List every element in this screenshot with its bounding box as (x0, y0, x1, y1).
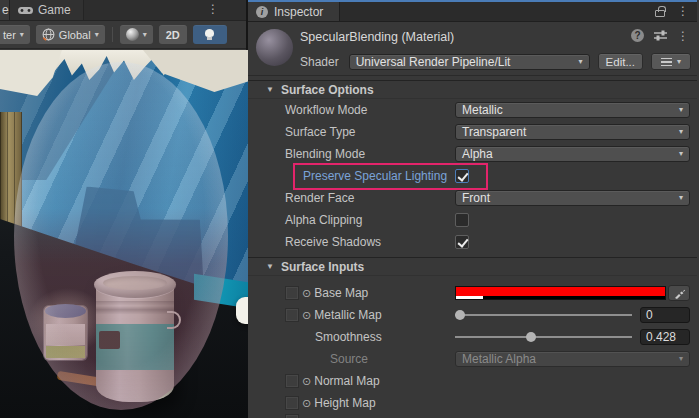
surface-type-row: Surface Type Transparent ▾ (248, 121, 697, 143)
workflow-mode-row: Workflow Mode Metallic ▾ (248, 99, 697, 121)
scene-toolbar: ter ▾ Global ▾ ▾ (0, 21, 246, 49)
dropdown-value: Transparent (462, 125, 526, 139)
alpha-clipping-row: Alpha Clipping (248, 209, 697, 231)
metallic-map-labelgroup: ⊙ Metallic Map (248, 308, 455, 322)
shader-row: Shader Universal Render Pipeline/Lit ▾ E… (300, 53, 691, 70)
alpha-clipping-checkbox[interactable] (455, 213, 469, 227)
normal-map-label: Normal Map (314, 374, 379, 388)
toggle-2d-button[interactable]: 2D (159, 25, 187, 44)
preserve-specular-checkbox[interactable] (455, 169, 469, 183)
pivot-mode-label: ter (3, 29, 16, 41)
scene-lighting-toggle[interactable] (193, 25, 227, 44)
section-surface-options-title: Surface Options (281, 83, 374, 97)
dropdown-arrow-icon: ▾ (575, 58, 583, 66)
metallic-map-row: ⊙ Metallic Map 0 (248, 304, 697, 326)
source-label: Source (248, 352, 455, 366)
source-dropdown: Metallic Alpha ▾ (455, 351, 690, 367)
focused-panel-highlight (248, 0, 697, 2)
blending-mode-dropdown[interactable]: Alpha ▾ (455, 146, 690, 162)
shading-mode-icon (126, 28, 139, 41)
dropdown-arrow-icon: ▾ (675, 194, 683, 202)
smoothness-label: Smoothness (248, 330, 455, 344)
dropdown-value: Alpha (462, 147, 493, 161)
globe-icon (42, 28, 55, 41)
scene-white-object (236, 297, 248, 324)
surface-type-label: Surface Type (248, 125, 455, 139)
dropdown-arrow-icon: ▾ (677, 58, 681, 66)
surface-type-dropdown[interactable]: Transparent ▾ (455, 124, 690, 140)
tab-inspector[interactable]: i Inspector (248, 2, 340, 21)
tab-scene-partial[interactable]: e (0, 0, 10, 20)
section-surface-options[interactable]: ▼ Surface Options (248, 80, 697, 99)
dropdown-value: Front (462, 191, 490, 205)
material-header: SpecularBlending (Material) ? ⋮ Shader U… (248, 22, 697, 76)
dropdown-arrow-icon: ▾ (675, 355, 683, 363)
blending-mode-label: Blending Mode (248, 147, 455, 161)
object-picker-icon[interactable]: ⊙ (302, 310, 311, 321)
object-picker-icon[interactable]: ⊙ (302, 398, 311, 409)
receive-shadows-label: Receive Shadows (248, 235, 455, 249)
kebab-menu-icon[interactable]: ⋮ (207, 2, 219, 16)
base-map-labelgroup: ⊙ Base Map (248, 286, 455, 300)
normal-map-labelgroup: ⊙ Normal Map (248, 374, 455, 388)
metallic-value-field[interactable]: 0 (640, 307, 690, 323)
metallic-map-label: Metallic Map (314, 308, 381, 322)
kebab-menu-icon[interactable]: ⋮ (677, 30, 689, 42)
eyedropper-button[interactable] (668, 285, 690, 301)
list-icon (661, 58, 672, 66)
shader-dropdown[interactable]: Universal Render Pipeline/Lit ▾ (349, 54, 590, 70)
inspector-tab-bar: i Inspector ⋮ (248, 0, 697, 22)
height-map-row: ⊙ Height Map (248, 392, 697, 414)
smoothness-value-field[interactable]: 0.428 (640, 329, 690, 345)
presets-icon[interactable] (654, 30, 667, 41)
scene-viewport[interactable] (0, 50, 248, 418)
orientation-button[interactable]: Global ▾ (36, 25, 105, 44)
dropdown-arrow-icon: ▾ (675, 150, 683, 158)
slider-knob[interactable] (455, 310, 465, 320)
height-map-label: Height Map (314, 396, 375, 410)
height-map-texture-slot[interactable] (285, 396, 299, 410)
shading-mode-button[interactable]: ▾ (120, 25, 153, 44)
object-picker-icon[interactable]: ⊙ (302, 288, 311, 299)
orientation-label: Global (59, 29, 91, 41)
workflow-mode-dropdown[interactable]: Metallic ▾ (455, 102, 690, 118)
metallic-slider[interactable] (455, 308, 632, 322)
shader-label: Shader (300, 55, 339, 69)
base-map-texture-slot[interactable] (285, 286, 299, 300)
normal-map-texture-slot[interactable] (285, 374, 299, 388)
material-title: SpecularBlending (Material) (300, 30, 454, 44)
dropdown-value: Universal Render Pipeline/Lit (356, 55, 511, 69)
slider-knob[interactable] (526, 332, 536, 342)
blending-mode-row: Blending Mode Alpha ▾ (248, 143, 697, 165)
color-alpha-bar (456, 296, 665, 299)
toggle-2d-label: 2D (166, 29, 180, 41)
render-face-dropdown[interactable]: Front ▾ (455, 190, 690, 206)
tab-game[interactable]: Game (10, 0, 84, 20)
object-picker-icon[interactable]: ⊙ (302, 376, 311, 387)
help-icon[interactable]: ? (631, 29, 644, 42)
smoothness-slider[interactable] (455, 330, 632, 344)
foldout-triangle-icon: ▼ (266, 85, 274, 94)
info-icon: i (256, 6, 268, 18)
dropdown-value: Metallic Alpha (462, 352, 536, 366)
shader-edit-label: Edit... (606, 56, 635, 68)
alpha-clipping-label: Alpha Clipping (248, 213, 455, 227)
shader-edit-button[interactable]: Edit... (598, 53, 643, 70)
material-preview-sphere[interactable] (256, 29, 293, 66)
gamepad-icon (18, 6, 33, 15)
receive-shadows-checkbox[interactable] (455, 235, 469, 249)
dropdown-arrow-icon: ▾ (95, 31, 99, 39)
base-map-color-field[interactable] (455, 286, 666, 300)
workflow-mode-label: Workflow Mode (248, 103, 455, 117)
kebab-menu-icon[interactable]: ⋮ (677, 5, 689, 17)
foldout-triangle-icon: ▼ (266, 262, 274, 271)
metallic-map-texture-slot[interactable] (285, 308, 299, 322)
next-map-row-partial (248, 414, 697, 418)
toolbar-separator (112, 27, 113, 42)
base-map-label: Base Map (314, 286, 368, 300)
pivot-mode-button[interactable]: ter ▾ (0, 25, 30, 44)
dropdown-value: Metallic (462, 103, 503, 117)
section-surface-inputs[interactable]: ▼ Surface Inputs (248, 257, 697, 276)
lock-icon[interactable] (655, 10, 665, 17)
shader-menu-button[interactable]: ▾ (651, 53, 691, 70)
